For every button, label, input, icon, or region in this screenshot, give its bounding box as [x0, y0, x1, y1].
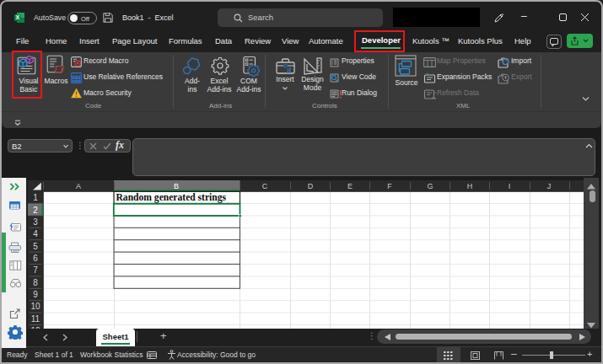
svg-text:4: 4: [33, 229, 38, 238]
svg-text:5: 5: [33, 242, 38, 251]
svg-text:8: 8: [33, 278, 38, 287]
svg-text:10: 10: [30, 302, 40, 311]
svg-text:A: A: [76, 182, 81, 190]
svg-text:I: I: [509, 182, 511, 190]
svg-text:Random generated strings: Random generated strings: [116, 192, 227, 203]
svg-text:3: 3: [33, 217, 38, 227]
svg-text:X: X: [15, 14, 19, 20]
svg-text:C: C: [262, 182, 268, 190]
svg-text:E: E: [347, 182, 353, 190]
svg-text:12: 12: [30, 326, 40, 329]
svg-text:6: 6: [33, 254, 38, 263]
svg-text:B: B: [174, 182, 179, 190]
svg-text:D: D: [308, 182, 314, 190]
svg-text:9: 9: [33, 290, 38, 299]
svg-text:1: 1: [33, 193, 38, 202]
svg-text:2: 2: [33, 206, 38, 215]
svg-text:J: J: [547, 182, 552, 190]
svg-text:11: 11: [31, 314, 40, 324]
svg-text:G: G: [427, 182, 433, 190]
svg-text:7: 7: [33, 265, 38, 275]
svg-text:F: F: [387, 182, 392, 190]
svg-text:H: H: [467, 182, 473, 190]
